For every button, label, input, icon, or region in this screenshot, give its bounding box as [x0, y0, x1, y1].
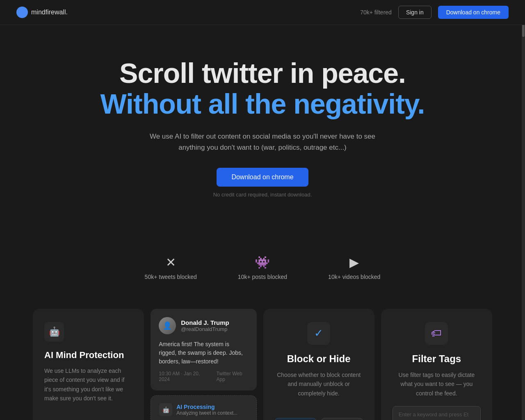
stat-item-tweets: ✕ 50k+ tweets blocked [145, 255, 197, 280]
tweet-avatar: 👤 [159, 317, 176, 334]
hero-section: Scroll twitter in peace. Without all the… [0, 25, 525, 222]
filter-keyword-input[interactable] [393, 406, 481, 420]
stat-item-posts: 👾 10k+ posts blocked [238, 255, 287, 280]
block-hide-buttons: Tweet blocked Tweet hidden [275, 418, 363, 420]
navbar-right: 70k+ filtered Sign in Download on chrome [360, 6, 509, 19]
features-section: 🤖 AI Mind Protection We use LLMs to anal… [0, 301, 525, 420]
tweet-mock-wrapper: 👤 Donald J. Trump @realDonaldTrump Ameri… [151, 309, 256, 420]
hero-title-white: Scroll twitter in peace. [16, 58, 509, 89]
ai-card-desc: We use LLMs to analyze each piece of con… [44, 366, 132, 403]
block-hide-title: Block or Hide [275, 353, 363, 365]
stat-label-posts: 10k+ posts blocked [238, 274, 287, 280]
ai-processing-title: AI Processing [176, 404, 237, 410]
tweet-hidden-button[interactable]: Tweet hidden [321, 418, 363, 420]
filter-tags-icon: 🏷 [425, 322, 448, 345]
block-hide-icon: ✓ [307, 322, 330, 345]
ai-processing-subtitle: Analyzing tweet in context... [176, 410, 237, 416]
filter-tags-desc: Use filter tags to easily dictate what y… [393, 370, 481, 398]
tweet-content: America first! The system is rigged, the… [159, 340, 248, 366]
hero-cta: Download on chrome No credit card requir… [16, 168, 509, 198]
tweet-time: 10:30 AM · Jan 20, 2024 [159, 371, 206, 382]
ai-mind-protection-card: 🤖 AI Mind Protection We use LLMs to anal… [33, 309, 144, 420]
ai-icon: 🤖 [44, 322, 64, 342]
stat-item-videos: ▶ 10k+ videos blocked [328, 255, 380, 280]
filter-tags-title: Filter Tags [393, 353, 481, 365]
ai-card-title: AI Mind Protection [44, 350, 132, 361]
signin-button[interactable]: Sign in [398, 6, 431, 19]
tweet-card: 👤 Donald J. Trump @realDonaldTrump Ameri… [151, 309, 256, 390]
navbar-logo: mindfirewall. [16, 7, 68, 18]
tweet-author-info: Donald J. Trump @realDonaldTrump [181, 319, 229, 332]
tweet-meta: 10:30 AM · Jan 20, 2024 Twitter Web App [159, 371, 248, 382]
ai-processing-card: 🤖 AI Processing Analyzing tweet in conte… [151, 395, 256, 420]
tweet-blocked-button[interactable]: Tweet blocked [275, 418, 317, 420]
twitter-x-icon: ✕ [166, 255, 176, 269]
hero-download-button[interactable]: Download on chrome [217, 168, 308, 187]
navbar: mindfirewall. 70k+ filtered Sign in Down… [0, 0, 525, 25]
stat-label-videos: 10k+ videos blocked [328, 274, 380, 280]
tweet-source: Twitter Web App [217, 371, 249, 382]
logo-icon [16, 7, 28, 18]
reddit-icon: 👾 [255, 255, 270, 269]
hero-subtitle: We use AI to filter out content on socia… [16, 131, 509, 153]
navbar-stat: 70k+ filtered [360, 9, 392, 16]
tweet-author-name: Donald J. Trump [181, 319, 229, 326]
hero-note: No credit card required, instant downloa… [213, 192, 312, 198]
ai-processing-icon: 🤖 [159, 403, 172, 416]
stat-label-tweets: 50k+ tweets blocked [145, 274, 197, 280]
hero-title-blue: Without all the negativity. [16, 89, 509, 119]
ai-processing-info: AI Processing Analyzing tweet in context… [176, 404, 237, 416]
tweet-header: 👤 Donald J. Trump @realDonaldTrump [159, 317, 248, 334]
stats-row: ✕ 50k+ tweets blocked 👾 10k+ posts block… [0, 243, 525, 292]
filter-tags-card: 🏷 Filter Tags Use filter tags to easily … [381, 309, 492, 420]
block-hide-card: ✓ Block or Hide Choose whether to block … [263, 309, 374, 420]
ai-processing-header: 🤖 AI Processing Analyzing tweet in conte… [159, 403, 248, 416]
logo-text: mindfirewall. [31, 9, 68, 16]
video-icon: ▶ [349, 255, 359, 269]
navbar-download-button[interactable]: Download on chrome [438, 6, 509, 19]
tweet-handle: @realDonaldTrump [181, 326, 229, 332]
block-hide-desc: Choose whether to block content and manu… [275, 370, 363, 398]
